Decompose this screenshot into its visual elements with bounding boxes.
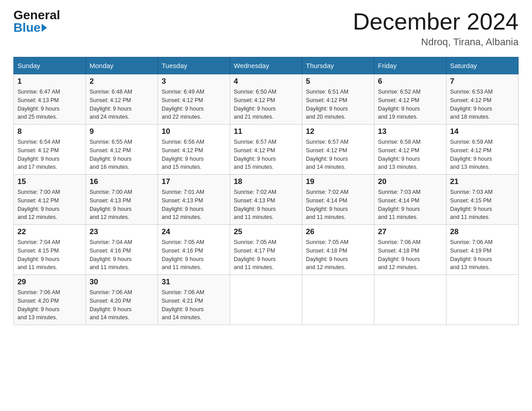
day-number: 10 [162, 127, 226, 136]
day-number: 16 [90, 177, 154, 186]
calendar-header: Sunday Monday Tuesday Wednesday Thursday… [14, 57, 519, 74]
day-info: Sunrise: 6:49 AMSunset: 4:12 PMDaylight:… [162, 88, 226, 121]
calendar-cell: 7Sunrise: 6:53 AMSunset: 4:12 PMDaylight… [446, 74, 519, 124]
calendar-cell: 10Sunrise: 6:56 AMSunset: 4:12 PMDayligh… [158, 124, 230, 175]
calendar-table: Sunday Monday Tuesday Wednesday Thursday… [13, 57, 519, 325]
day-number: 20 [378, 177, 442, 186]
header-sunday: Sunday [14, 57, 86, 74]
day-info: Sunrise: 6:59 AMSunset: 4:12 PMDaylight:… [450, 138, 515, 171]
day-number: 12 [306, 127, 370, 136]
day-info: Sunrise: 7:02 AMSunset: 4:13 PMDaylight:… [234, 188, 298, 222]
logo-triangle-icon [42, 24, 47, 32]
calendar-cell: 9Sunrise: 6:55 AMSunset: 4:12 PMDaylight… [86, 124, 158, 175]
day-number: 22 [17, 227, 82, 236]
calendar-cell [446, 275, 519, 325]
day-info: Sunrise: 6:48 AMSunset: 4:12 PMDaylight:… [90, 88, 154, 121]
day-number: 26 [306, 227, 370, 236]
day-number: 25 [234, 227, 298, 236]
day-number: 6 [378, 77, 442, 86]
calendar-cell: 13Sunrise: 6:58 AMSunset: 4:12 PMDayligh… [374, 124, 446, 175]
day-info: Sunrise: 6:47 AMSunset: 4:13 PMDaylight:… [17, 88, 82, 121]
day-info: Sunrise: 7:03 AMSunset: 4:15 PMDaylight:… [450, 188, 515, 222]
day-info: Sunrise: 7:06 AMSunset: 4:20 PMDaylight:… [17, 288, 82, 322]
day-number: 19 [306, 177, 370, 186]
calendar-cell: 24Sunrise: 7:05 AMSunset: 4:16 PMDayligh… [158, 225, 230, 275]
calendar-cell: 17Sunrise: 7:01 AMSunset: 4:13 PMDayligh… [158, 175, 230, 225]
day-info: Sunrise: 7:06 AMSunset: 4:19 PMDaylight:… [450, 238, 515, 272]
day-number: 1 [17, 77, 82, 86]
calendar-cell [374, 275, 446, 325]
day-number: 31 [162, 278, 226, 287]
day-info: Sunrise: 6:54 AMSunset: 4:12 PMDaylight:… [17, 138, 82, 171]
day-number: 30 [90, 278, 154, 287]
day-number: 29 [17, 278, 82, 287]
location-subtitle: Ndroq, Tirana, Albania [353, 36, 519, 48]
day-number: 15 [17, 177, 82, 186]
day-number: 14 [450, 127, 515, 136]
title-area: December 2024 Ndroq, Tirana, Albania [353, 9, 519, 48]
day-info: Sunrise: 7:05 AMSunset: 4:18 PMDaylight:… [306, 238, 370, 272]
calendar-cell [302, 275, 374, 325]
week-row-5: 29Sunrise: 7:06 AMSunset: 4:20 PMDayligh… [14, 275, 519, 325]
day-number: 17 [162, 177, 226, 186]
logo-blue-text: Blue [13, 21, 41, 34]
day-number: 5 [306, 77, 370, 86]
calendar-body: 1Sunrise: 6:47 AMSunset: 4:13 PMDaylight… [14, 74, 519, 325]
day-info: Sunrise: 7:00 AMSunset: 4:13 PMDaylight:… [90, 188, 154, 222]
day-number: 24 [162, 227, 226, 236]
header-saturday: Saturday [446, 57, 519, 74]
header-thursday: Thursday [302, 57, 374, 74]
day-info: Sunrise: 7:00 AMSunset: 4:12 PMDaylight:… [17, 188, 82, 222]
day-info: Sunrise: 7:02 AMSunset: 4:14 PMDaylight:… [306, 188, 370, 222]
calendar-cell: 14Sunrise: 6:59 AMSunset: 4:12 PMDayligh… [446, 124, 519, 175]
calendar-cell: 27Sunrise: 7:06 AMSunset: 4:18 PMDayligh… [374, 225, 446, 275]
day-number: 23 [90, 227, 154, 236]
day-info: Sunrise: 6:51 AMSunset: 4:12 PMDaylight:… [306, 88, 370, 121]
day-number: 7 [450, 77, 515, 86]
header-monday: Monday [86, 57, 158, 74]
day-number: 11 [234, 127, 298, 136]
calendar-cell: 12Sunrise: 6:57 AMSunset: 4:12 PMDayligh… [302, 124, 374, 175]
calendar-cell: 28Sunrise: 7:06 AMSunset: 4:19 PMDayligh… [446, 225, 519, 275]
day-number: 13 [378, 127, 442, 136]
day-info: Sunrise: 6:55 AMSunset: 4:12 PMDaylight:… [90, 138, 154, 171]
day-info: Sunrise: 6:57 AMSunset: 4:12 PMDaylight:… [306, 138, 370, 171]
day-info: Sunrise: 7:01 AMSunset: 4:13 PMDaylight:… [162, 188, 226, 222]
week-row-3: 15Sunrise: 7:00 AMSunset: 4:12 PMDayligh… [14, 175, 519, 225]
calendar-cell: 3Sunrise: 6:49 AMSunset: 4:12 PMDaylight… [158, 74, 230, 124]
day-number: 27 [378, 227, 442, 236]
day-info: Sunrise: 6:58 AMSunset: 4:12 PMDaylight:… [378, 138, 442, 171]
logo-general-text: General [13, 9, 60, 21]
calendar-cell: 6Sunrise: 6:52 AMSunset: 4:12 PMDaylight… [374, 74, 446, 124]
calendar-cell: 20Sunrise: 7:03 AMSunset: 4:14 PMDayligh… [374, 175, 446, 225]
day-info: Sunrise: 6:56 AMSunset: 4:12 PMDaylight:… [162, 138, 226, 171]
day-number: 21 [450, 177, 515, 186]
calendar-cell: 1Sunrise: 6:47 AMSunset: 4:13 PMDaylight… [14, 74, 86, 124]
day-number: 18 [234, 177, 298, 186]
day-info: Sunrise: 7:06 AMSunset: 4:20 PMDaylight:… [90, 288, 154, 322]
calendar-cell: 5Sunrise: 6:51 AMSunset: 4:12 PMDaylight… [302, 74, 374, 124]
calendar-cell: 31Sunrise: 7:06 AMSunset: 4:21 PMDayligh… [158, 275, 230, 325]
day-info: Sunrise: 6:57 AMSunset: 4:12 PMDaylight:… [234, 138, 298, 171]
week-row-1: 1Sunrise: 6:47 AMSunset: 4:13 PMDaylight… [14, 74, 519, 124]
day-info: Sunrise: 7:05 AMSunset: 4:17 PMDaylight:… [234, 238, 298, 272]
day-number: 4 [234, 77, 298, 86]
day-number: 9 [90, 127, 154, 136]
calendar-cell: 2Sunrise: 6:48 AMSunset: 4:12 PMDaylight… [86, 74, 158, 124]
month-title: December 2024 [353, 9, 519, 34]
calendar-cell: 30Sunrise: 7:06 AMSunset: 4:20 PMDayligh… [86, 275, 158, 325]
calendar-cell: 15Sunrise: 7:00 AMSunset: 4:12 PMDayligh… [14, 175, 86, 225]
day-info: Sunrise: 7:06 AMSunset: 4:21 PMDaylight:… [162, 288, 226, 322]
page-header: General Blue December 2024 Ndroq, Tirana… [13, 9, 519, 48]
calendar-cell: 29Sunrise: 7:06 AMSunset: 4:20 PMDayligh… [14, 275, 86, 325]
day-info: Sunrise: 7:03 AMSunset: 4:14 PMDaylight:… [378, 188, 442, 222]
calendar-cell: 21Sunrise: 7:03 AMSunset: 4:15 PMDayligh… [446, 175, 519, 225]
day-info: Sunrise: 7:04 AMSunset: 4:16 PMDaylight:… [90, 238, 154, 272]
calendar-cell: 23Sunrise: 7:04 AMSunset: 4:16 PMDayligh… [86, 225, 158, 275]
logo: General Blue [13, 9, 60, 34]
calendar-cell: 22Sunrise: 7:04 AMSunset: 4:15 PMDayligh… [14, 225, 86, 275]
day-number: 2 [90, 77, 154, 86]
week-row-2: 8Sunrise: 6:54 AMSunset: 4:12 PMDaylight… [14, 124, 519, 175]
day-info: Sunrise: 7:06 AMSunset: 4:18 PMDaylight:… [378, 238, 442, 272]
calendar-cell [230, 275, 302, 325]
